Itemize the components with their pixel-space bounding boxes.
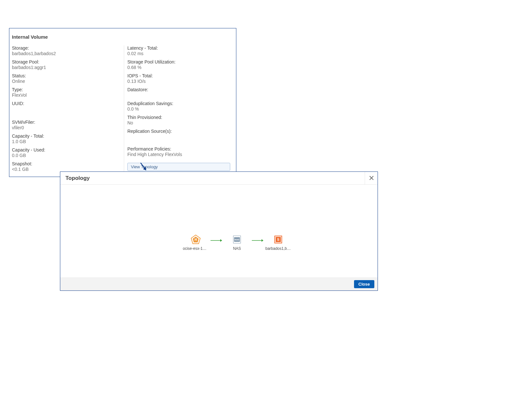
field-label: Latency - Total:	[127, 45, 230, 51]
field-label: Storage:	[12, 45, 124, 51]
field-label: Snapshot:	[12, 161, 124, 166]
nas-icon: NAS	[232, 235, 242, 244]
field-label: Type:	[12, 87, 124, 92]
field-label: Replication Source(s):	[127, 129, 230, 134]
field-value: No	[127, 120, 230, 125]
node-label: barbados1,bar…	[265, 246, 291, 251]
field-value	[127, 134, 230, 139]
field-label: Performance Policies:	[127, 146, 230, 152]
field-label: Capacity - Total:	[12, 133, 124, 139]
topology-node-storage[interactable]: S barbados1,bar…	[265, 235, 291, 251]
svg-marker-8	[261, 239, 263, 242]
dialog-body: H ocise-esx-1431… NAS NAS S	[60, 185, 378, 278]
field-value: FlexVol	[12, 93, 124, 98]
field-label: Thin Provisioned:	[127, 115, 230, 120]
field-label: Storage Pool:	[12, 59, 124, 64]
dialog-footer: Close	[60, 278, 378, 290]
field-capacity-total: Capacity - Total:1.0 GB	[12, 133, 124, 144]
topology-arrow-icon	[211, 239, 222, 242]
field-latency-total: Latency - Total:0.02 ms	[127, 45, 230, 56]
field-label: Status:	[12, 73, 124, 78]
field-value: Online	[12, 79, 124, 84]
field-replication-source-s: Replication Source(s):	[127, 129, 230, 139]
field-uuid: UUID:	[12, 101, 124, 112]
dialog-title: Topology	[60, 175, 365, 181]
field-thin-provisioned: Thin Provisioned:No	[127, 115, 230, 125]
internal-volume-panel: Internal Volume Storage:barbados1,barbad…	[9, 28, 236, 177]
field-value	[12, 106, 124, 112]
field-value-link[interactable]: barbados1:aggr1	[12, 65, 124, 70]
view-topology-button[interactable]: View Topology	[127, 163, 230, 171]
field-value: 0.02 ms	[127, 51, 230, 56]
field-label: IOPS - Total:	[127, 73, 230, 78]
field-label: Deduplication Savings:	[127, 101, 230, 106]
panel-body: Storage:barbados1,barbados2Storage Pool:…	[9, 45, 236, 175]
node-label: ocise-esx-1431…	[183, 246, 209, 251]
nas-badge: NAS	[234, 237, 240, 242]
field-iops-total: IOPS - Total:0.13 IO/s	[127, 73, 230, 84]
field-storage-pool: Storage Pool:barbados1:aggr1	[12, 59, 124, 70]
host-icon: H	[191, 235, 201, 244]
close-button[interactable]: Close	[354, 280, 374, 288]
topology-node-host[interactable]: H ocise-esx-1431…	[183, 235, 209, 251]
field-label: Capacity - Used:	[12, 147, 124, 152]
details-column-right: Latency - Total:0.02 msStorage Pool Util…	[124, 45, 230, 175]
field-value: <0.1 GB	[12, 167, 124, 172]
field-capacity-used: Capacity - Used:0.0 GB	[12, 147, 124, 158]
field-status: Status:Online	[12, 73, 124, 84]
field-value-link[interactable]: Find High Latency FlexVols	[127, 152, 230, 157]
storage-icon: S	[273, 235, 283, 244]
field-value: 1.0 GB	[12, 139, 124, 144]
svg-marker-6	[220, 239, 222, 242]
field-type: Type:FlexVol	[12, 87, 124, 98]
topology-arrow-icon	[252, 239, 263, 242]
details-column-left: Storage:barbados1,barbados2Storage Pool:…	[9, 45, 124, 175]
field-value: 0.0 GB	[12, 153, 124, 158]
node-label: NAS	[233, 246, 241, 251]
panel-title: Internal Volume	[12, 34, 236, 40]
field-datastore: Datastore:	[127, 87, 230, 98]
field-deduplication-savings: Deduplication Savings:0.0 %	[127, 101, 230, 112]
field-snapshot: Snapshot:<0.1 GB	[12, 161, 124, 172]
field-label: SVM/vFiler:	[12, 120, 124, 125]
field-label: Storage Pool Utilization:	[127, 59, 230, 64]
field-value: 0.13 IO/s	[127, 79, 230, 84]
svg-text:H: H	[194, 238, 197, 241]
field-value: 0.0 %	[127, 106, 230, 112]
topology-graph: H ocise-esx-1431… NAS NAS S	[183, 235, 291, 251]
field-label: Datastore:	[127, 87, 230, 92]
field-storage: Storage:barbados1,barbados2	[12, 45, 124, 56]
field-svm-vfiler: SVM/vFiler:vfiler0	[12, 120, 124, 130]
dialog-close-x[interactable]: ✕	[365, 172, 378, 184]
field-performance-policies: Performance Policies:Find High Latency F…	[127, 146, 230, 157]
topology-dialog: Topology ✕ H ocise-esx-1431… NAS	[60, 171, 378, 291]
field-label: UUID:	[12, 101, 124, 106]
field-value	[127, 93, 230, 98]
field-value-link[interactable]: barbados1,barbados2	[12, 51, 124, 56]
dialog-header: Topology ✕	[60, 172, 378, 185]
field-value: 0.68 %	[127, 65, 230, 70]
field-storage-pool-utilization: Storage Pool Utilization:0.68 %	[127, 59, 230, 70]
field-value: vfiler0	[12, 125, 124, 130]
topology-node-nas[interactable]: NAS NAS	[224, 235, 250, 251]
storage-badge: S	[276, 237, 281, 242]
